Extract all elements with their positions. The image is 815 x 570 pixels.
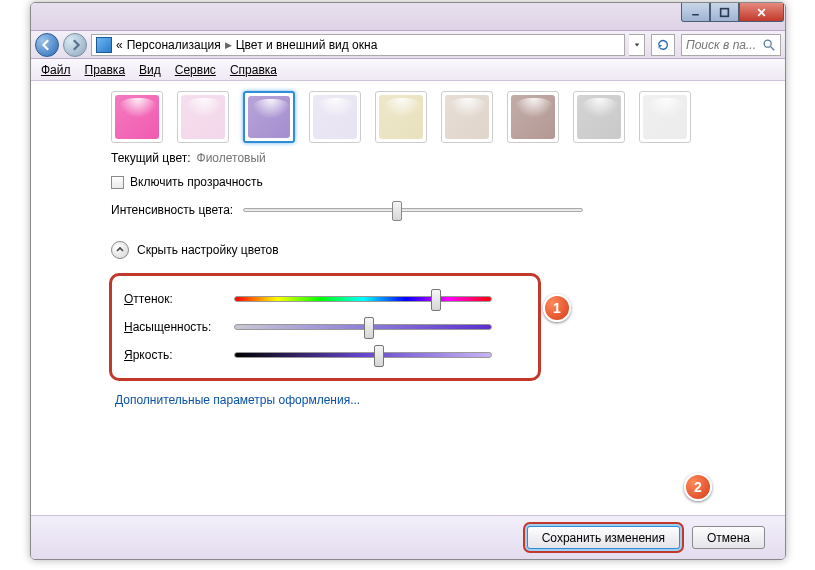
- menu-view[interactable]: Вид: [139, 63, 161, 77]
- brightness-label: Яркость:: [124, 348, 234, 362]
- toggle-color-mixer[interactable]: [111, 241, 129, 259]
- footer: Сохранить изменения Отмена: [31, 515, 785, 559]
- navbar: « Персонализация ▶ Цвет и внешний вид ок…: [31, 31, 785, 59]
- forward-button[interactable]: [63, 33, 87, 57]
- intensity-label: Интенсивность цвета:: [111, 203, 233, 217]
- breadcrumb-page[interactable]: Цвет и внешний вид окна: [236, 38, 378, 52]
- svg-line-5: [771, 46, 775, 50]
- saturation-label: Насыщенность:: [124, 320, 234, 334]
- color-swatch-0[interactable]: [111, 91, 163, 143]
- color-swatch-5[interactable]: [441, 91, 493, 143]
- menu-file[interactable]: Файл: [41, 63, 71, 77]
- transparency-label[interactable]: Включить прозрачность: [130, 175, 263, 189]
- intensity-slider[interactable]: [243, 208, 583, 212]
- search-box[interactable]: [681, 34, 781, 56]
- color-swatch-7[interactable]: [573, 91, 625, 143]
- color-swatches: [111, 91, 765, 143]
- close-button[interactable]: [739, 3, 784, 22]
- breadcrumb-prefix: «: [116, 38, 123, 52]
- breadcrumb-root[interactable]: Персонализация: [127, 38, 221, 52]
- menu-tools[interactable]: Сервис: [175, 63, 216, 77]
- cancel-button[interactable]: Отмена: [692, 526, 765, 549]
- hue-label: ООттенок:ттенок:: [124, 292, 234, 306]
- menubar: Файл Правка Вид Сервис Справка: [31, 59, 785, 81]
- refresh-button[interactable]: [651, 34, 675, 56]
- current-color-value: Фиолетовый: [197, 151, 266, 165]
- advanced-appearance-link[interactable]: Дополнительные параметры оформления...: [115, 393, 360, 407]
- color-swatch-4[interactable]: [375, 91, 427, 143]
- svg-point-4: [764, 40, 771, 47]
- svg-rect-1: [721, 8, 729, 16]
- toggle-label[interactable]: Скрыть настройку цветов: [137, 243, 279, 257]
- annotation-badge-1: 1: [543, 294, 571, 322]
- content: Текущий цвет: Фиолетовый Включить прозра…: [31, 81, 785, 515]
- menu-edit[interactable]: Правка: [85, 63, 126, 77]
- minimize-button[interactable]: [681, 3, 710, 22]
- current-color-label: Текущий цвет:: [111, 151, 191, 165]
- color-swatch-2[interactable]: [243, 91, 295, 143]
- hue-slider[interactable]: [234, 296, 492, 302]
- color-swatch-3[interactable]: [309, 91, 361, 143]
- maximize-button[interactable]: [710, 3, 739, 22]
- color-swatch-6[interactable]: [507, 91, 559, 143]
- window: « Персонализация ▶ Цвет и внешний вид ок…: [30, 2, 786, 560]
- titlebar: [31, 3, 785, 31]
- color-mixer: ООттенок:ттенок: Насыщенность: Яркость:: [109, 273, 541, 381]
- breadcrumb-separator-icon: ▶: [225, 40, 232, 50]
- annotation-badge-2: 2: [684, 473, 712, 501]
- color-swatch-8[interactable]: [639, 91, 691, 143]
- back-button[interactable]: [35, 33, 59, 57]
- menu-help[interactable]: Справка: [230, 63, 277, 77]
- search-input[interactable]: [686, 38, 762, 52]
- transparency-checkbox[interactable]: [111, 176, 124, 189]
- search-icon: [762, 38, 776, 52]
- color-swatch-1[interactable]: [177, 91, 229, 143]
- page-icon: [96, 37, 112, 53]
- save-button[interactable]: Сохранить изменения: [527, 526, 680, 549]
- breadcrumb[interactable]: « Персонализация ▶ Цвет и внешний вид ок…: [91, 34, 625, 56]
- saturation-slider[interactable]: [234, 324, 492, 330]
- brightness-slider[interactable]: [234, 352, 492, 358]
- path-dropdown[interactable]: [629, 34, 645, 56]
